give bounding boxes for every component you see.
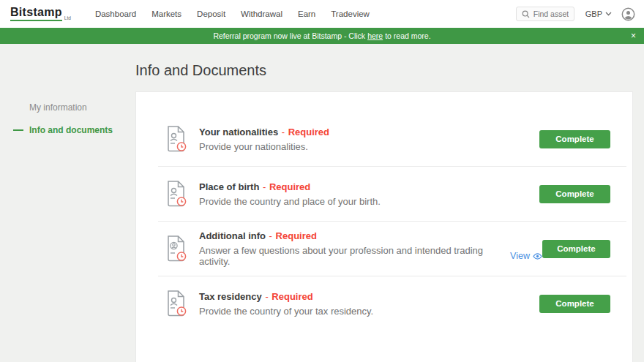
close-icon[interactable]: × [631,28,636,44]
bitstamp-logo[interactable]: Bitstamp Ltd [10,7,71,21]
top-navbar: Bitstamp Ltd Dashboard Markets Deposit W… [0,0,644,28]
logo-text: Bitstamp [10,7,62,21]
tasks-card: Your nationalities - Required Provide yo… [135,91,633,362]
active-item-dash [13,129,23,131]
content-area: My information Info and documents Info a… [0,44,644,362]
task-title: Your nationalities [199,127,278,137]
nav-item-deposit[interactable]: Deposit [197,10,225,18]
nav-item-tradeview[interactable]: Tradeview [331,10,370,18]
required-badge: Required [269,181,310,192]
task-description: Answer a few questions about your profes… [199,245,502,267]
sidebar-item-my-information[interactable]: My information [0,98,135,117]
title-separator: - [265,291,268,302]
complete-button[interactable]: Complete [539,185,610,203]
currency-value: GBP [585,10,602,18]
task-description: Provide the country and place of your bi… [199,196,381,207]
task-row-additional-info: Additional info - Required Answer a few … [136,222,632,276]
task-row-place-of-birth: Place of birth - Required Provide the co… [136,167,632,221]
task-description: Provide the country of your tax residenc… [199,306,373,317]
view-link[interactable]: View [510,251,542,261]
title-separator: - [263,181,266,192]
eye-icon [533,253,542,260]
document-person-pending-icon [163,289,188,318]
nav-item-earn[interactable]: Earn [298,10,315,18]
required-badge: Required [276,230,317,241]
account-menu[interactable] [621,7,635,21]
sidebar: My information Info and documents [0,44,135,362]
nav-item-withdrawal[interactable]: Withdrawal [241,10,282,18]
task-title: Place of birth [199,181,259,192]
page-title: Info and Documents [135,62,633,79]
task-text: Tax residency - Required Provide the cou… [199,291,373,317]
task-title: Additional info [199,230,266,241]
search-icon [522,10,530,18]
banner-text-before: Referral program now live at Bitstamp - … [213,31,365,40]
task-description: Provide your nationalities. [199,141,329,152]
announcement-banner: Referral program now live at Bitstamp - … [0,28,644,44]
document-person-pending-icon [163,124,188,154]
sidebar-item-label: Info and documents [29,125,113,135]
banner-text-after: to read more. [385,31,430,40]
task-text: Additional info - Required Answer a few … [199,230,542,267]
task-text: Place of birth - Required Provide the co… [199,181,381,207]
logo-suffix: Ltd [64,15,71,20]
required-badge: Required [288,127,329,137]
view-link-label: View [510,251,530,261]
document-person-pending-icon [163,234,188,263]
document-person-pending-icon [163,179,188,208]
nav-item-dashboard[interactable]: Dashboard [95,10,136,18]
complete-button[interactable]: Complete [539,130,610,148]
search-input[interactable] [533,10,569,18]
complete-button[interactable]: Complete [542,240,610,258]
task-text: Your nationalities - Required Provide yo… [199,127,329,152]
currency-selector[interactable]: GBP [585,10,612,18]
task-row-tax-residency: Tax residency - Required Provide the cou… [136,276,632,331]
required-badge: Required [272,291,312,302]
main-nav: Dashboard Markets Deposit Withdrawal Ear… [95,10,370,18]
sidebar-item-info-and-documents[interactable]: Info and documents [0,121,135,140]
avatar-icon [621,7,635,21]
asset-search-box[interactable] [516,7,574,21]
task-title: Tax residency [199,291,262,302]
complete-button[interactable]: Complete [539,295,610,313]
title-separator: - [282,127,285,137]
chevron-down-icon [605,12,612,16]
task-row-your-nationalities: Your nationalities - Required Provide yo… [136,112,632,166]
banner-link[interactable]: here [367,31,383,40]
main-panel: Info and Documents You [135,44,644,362]
sidebar-item-label: My information [29,102,87,113]
title-separator: - [269,230,272,241]
nav-item-markets[interactable]: Markets [151,10,181,18]
app-window: Bitstamp Ltd Dashboard Markets Deposit W… [0,0,644,362]
